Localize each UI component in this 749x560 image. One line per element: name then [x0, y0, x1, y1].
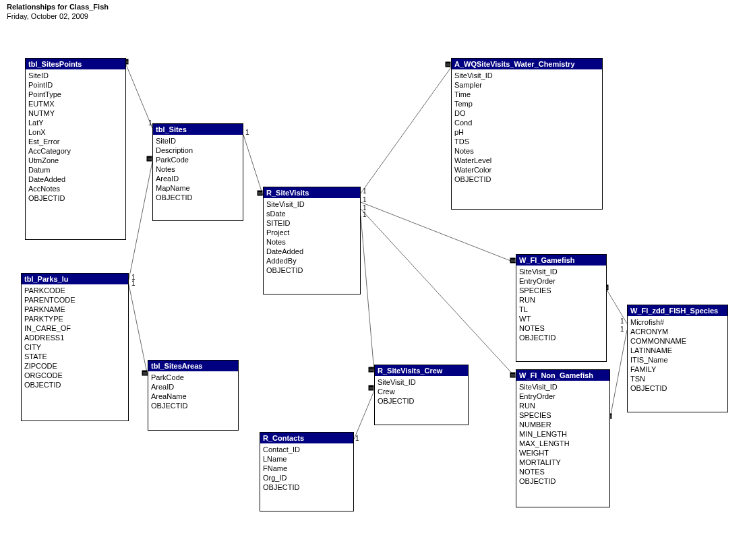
table-field[interactable]: MapName	[156, 183, 240, 193]
table-title[interactable]: W_FI_zdd_FISH_Species	[628, 305, 727, 316]
table-field[interactable]: OBJECTID	[454, 175, 599, 184]
table-box-r_sitevisits[interactable]: R_SiteVisitsSiteVisit_IDsDateSITEIDProje…	[263, 187, 361, 294]
table-field[interactable]: OBJECTID	[151, 401, 235, 410]
table-field[interactable]: Description	[156, 146, 240, 155]
table-field[interactable]: MAX_LENGTH	[519, 439, 607, 448]
table-field[interactable]: Cond	[454, 118, 599, 127]
table-field[interactable]: DateAdded	[28, 175, 123, 184]
table-field[interactable]: MIN_LENGTH	[519, 429, 607, 439]
table-field[interactable]: SiteVisit_ID	[454, 71, 599, 80]
table-field[interactable]: pH	[454, 127, 599, 137]
table-field[interactable]: SPECIES	[519, 286, 603, 295]
table-field[interactable]: CITY	[24, 342, 125, 352]
table-title[interactable]: tbl_Sites	[153, 124, 243, 135]
table-title[interactable]: R_SiteVisits	[264, 187, 360, 198]
table-box-tbl_sites[interactable]: tbl_SitesSiteIDDescriptionParkCodeNotesA…	[152, 123, 243, 221]
table-field[interactable]: EUTMX	[28, 99, 123, 108]
table-field[interactable]: AccCategory	[28, 146, 123, 156]
table-field[interactable]: Sampler	[454, 80, 599, 90]
table-field[interactable]: IN_CARE_OF	[24, 323, 125, 333]
table-field[interactable]: NUTMY	[28, 108, 123, 118]
table-title[interactable]: R_Contacts	[260, 433, 353, 443]
table-field[interactable]: ZIPCODE	[24, 361, 125, 371]
table-field[interactable]: SiteVisit_ID	[519, 382, 607, 392]
table-title[interactable]: tbl_SitesAreas	[148, 361, 238, 371]
table-field[interactable]: NUMBER	[519, 420, 607, 429]
table-field[interactable]: WaterColor	[454, 165, 599, 175]
table-box-a_wqsitevisits_water_chemistry[interactable]: A_WQSiteVisits_Water_ChemistrySiteVisit_…	[451, 58, 603, 210]
table-box-tbl_sitesareas[interactable]: tbl_SitesAreasParkCodeAreaIDAreaNameOBJE…	[148, 360, 239, 431]
table-field[interactable]: COMMONNAME	[630, 336, 725, 346]
table-field[interactable]: Contact_ID	[263, 445, 351, 454]
table-field[interactable]: SPECIES	[519, 410, 607, 420]
table-field[interactable]: Microfish#	[630, 317, 725, 327]
table-box-w_fi_zdd_fish_species[interactable]: W_FI_zdd_FISH_SpeciesMicrofish#ACRONYMCO…	[627, 305, 728, 412]
table-field[interactable]: EntryOrder	[519, 392, 607, 401]
table-title[interactable]: tbl_SitesPoints	[26, 59, 125, 69]
table-title[interactable]: W_FI_Gamefish	[516, 255, 606, 266]
table-field[interactable]: Time	[454, 90, 599, 99]
table-box-r_contacts[interactable]: R_ContactsContact_IDLNameFNameOrg_IDOBJE…	[260, 432, 354, 511]
table-field[interactable]: OBJECTID	[156, 193, 240, 202]
table-field[interactable]: AreaName	[151, 392, 235, 401]
table-field[interactable]: PointType	[28, 90, 123, 99]
table-field[interactable]: SiteVisit_ID	[519, 267, 603, 276]
table-field[interactable]: WEIGHT	[519, 448, 607, 458]
table-field[interactable]: WT	[519, 314, 603, 323]
table-field[interactable]: SiteID	[28, 71, 123, 80]
table-field[interactable]: OBJECTID	[630, 383, 725, 393]
table-field[interactable]: PARKTYPE	[24, 314, 125, 323]
table-field[interactable]: STATE	[24, 352, 125, 361]
table-field[interactable]: NOTES	[519, 323, 603, 333]
table-field[interactable]: PointID	[28, 80, 123, 90]
table-field[interactable]: OBJECTID	[266, 266, 357, 275]
table-title[interactable]: A_WQSiteVisits_Water_Chemistry	[452, 59, 602, 69]
table-title[interactable]: tbl_Parks_lu	[22, 274, 128, 284]
table-field[interactable]: SiteVisit_ID	[266, 199, 357, 209]
table-box-tbl_sitespoints[interactable]: tbl_SitesPointsSiteIDPointIDPointTypeEUT…	[25, 58, 126, 240]
table-field[interactable]: AreaID	[156, 174, 240, 183]
table-field[interactable]: FAMILY	[630, 365, 725, 374]
table-field[interactable]: DateAdded	[266, 247, 357, 256]
table-field[interactable]: MORTALITY	[519, 458, 607, 467]
table-field[interactable]: TDS	[454, 137, 599, 146]
table-field[interactable]: ParkCode	[156, 155, 240, 164]
table-field[interactable]: SITEID	[266, 218, 357, 228]
table-field[interactable]: sDate	[266, 209, 357, 218]
table-field[interactable]: AccNotes	[28, 184, 123, 193]
table-field[interactable]: OBJECTID	[24, 380, 125, 390]
table-field[interactable]: Project	[266, 228, 357, 237]
table-field[interactable]: OBJECTID	[378, 396, 465, 406]
table-field[interactable]: AreaID	[151, 382, 235, 392]
table-box-tbl_parks_lu[interactable]: tbl_Parks_luPARKCODEPARENTCODEPARKNAMEPA…	[21, 273, 129, 421]
table-field[interactable]: Temp	[454, 99, 599, 108]
table-field[interactable]: OBJECTID	[28, 193, 123, 203]
table-field[interactable]: ORGCODE	[24, 371, 125, 380]
table-title[interactable]: W_FI_Non_Gamefish	[516, 370, 609, 381]
table-field[interactable]: DO	[454, 108, 599, 118]
table-field[interactable]: PARKNAME	[24, 305, 125, 314]
table-field[interactable]: PARENTCODE	[24, 295, 125, 305]
table-field[interactable]: TL	[519, 305, 603, 314]
table-box-w_fi_gamefish[interactable]: W_FI_GamefishSiteVisit_IDEntryOrderSPECI…	[516, 254, 607, 362]
table-field[interactable]: RUN	[519, 295, 603, 305]
table-field[interactable]: Notes	[266, 237, 357, 247]
table-box-w_fi_non_gamefish[interactable]: W_FI_Non_GamefishSiteVisit_IDEntryOrderR…	[516, 369, 610, 507]
table-field[interactable]: Datum	[28, 165, 123, 175]
table-box-r_sitevisits_crew[interactable]: R_SiteVisits_CrewSiteVisit_IDCrewOBJECTI…	[374, 365, 469, 425]
table-field[interactable]: ADDRESS1	[24, 333, 125, 342]
table-field[interactable]: ITIS_Name	[630, 355, 725, 365]
table-field[interactable]: SiteVisit_ID	[378, 377, 465, 387]
table-field[interactable]: EntryOrder	[519, 276, 603, 286]
table-field[interactable]: ParkCode	[151, 373, 235, 382]
table-field[interactable]: FName	[263, 464, 351, 473]
table-field[interactable]: Notes	[156, 164, 240, 174]
table-field[interactable]: LATINNAME	[630, 346, 725, 355]
table-field[interactable]: ACRONYM	[630, 327, 725, 336]
table-field[interactable]: OBJECTID	[263, 483, 351, 492]
table-field[interactable]: UtmZone	[28, 156, 123, 165]
table-field[interactable]: PARKCODE	[24, 286, 125, 295]
table-field[interactable]: WaterLevel	[454, 156, 599, 165]
table-field[interactable]: Crew	[378, 387, 465, 396]
table-field[interactable]: OBJECTID	[519, 333, 603, 342]
